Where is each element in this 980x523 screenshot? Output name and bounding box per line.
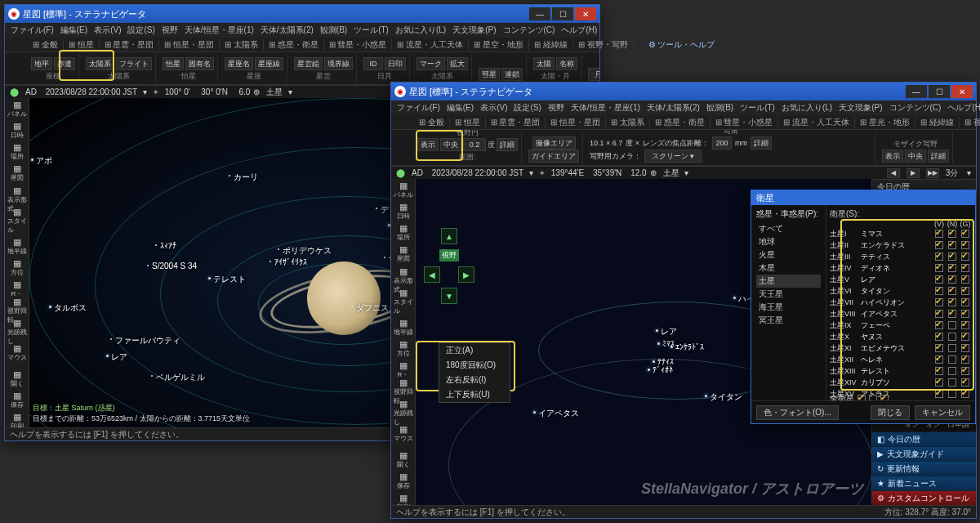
dock-地平線[interactable]: ▦地平線 bbox=[7, 237, 27, 257]
menubar2-item[interactable]: ファイル(F) bbox=[394, 102, 443, 114]
maximize-button[interactable]: ☐ bbox=[552, 7, 573, 20]
dock-印刷[interactable]: ▦印刷 bbox=[7, 412, 27, 427]
nav-right-button[interactable]: ▶ bbox=[458, 266, 474, 283]
ribbon-tab[interactable]: ⊞ 全般 bbox=[414, 117, 450, 128]
rotation-menu-item[interactable]: 180度回転(O) bbox=[439, 358, 510, 373]
ribbon-tab[interactable]: ⊞ 彗星・小惑星 bbox=[710, 117, 779, 128]
ribbon-tab[interactable]: ⊞ 経緯線 bbox=[529, 39, 573, 51]
ribbon-button[interactable]: フライト bbox=[116, 57, 152, 70]
moon-row[interactable]: 土星VIIIイアペタス bbox=[830, 308, 972, 320]
moon-row[interactable]: 土星XIエピメテウス bbox=[830, 342, 972, 354]
ribbon-button[interactable]: 彗星 bbox=[479, 68, 500, 81]
panel-link-update[interactable]: ↻更新情報 bbox=[872, 461, 976, 476]
moon-row[interactable]: 土星VIタイタン bbox=[830, 285, 972, 297]
ribbon-tab[interactable]: ⊞ 彗星・小惑星 bbox=[324, 39, 393, 51]
mosaic-button[interactable]: 詳細 bbox=[928, 150, 949, 163]
ribbon-tab[interactable]: ⊞ 星雲・星団 bbox=[486, 117, 546, 128]
planet-item[interactable]: 土星 bbox=[756, 275, 821, 288]
minimize-button[interactable]: — bbox=[529, 7, 550, 20]
dock-印刷[interactable]: ▦印刷 bbox=[394, 493, 413, 505]
ribbon-tab[interactable]: ⊞ 恒星・星団 bbox=[159, 39, 220, 51]
menubar1-item[interactable]: コンテンツ(C) bbox=[501, 25, 558, 36]
moon-row[interactable]: 土星IIエンケラドス bbox=[830, 239, 972, 251]
rotation-menu-item[interactable]: 左右反転(I) bbox=[439, 373, 510, 387]
ribbon-button[interactable]: 月 bbox=[588, 68, 599, 81]
mosaic-button[interactable]: 中央 bbox=[905, 150, 926, 163]
menubar1-item[interactable]: ヘルプ(H) bbox=[559, 25, 599, 36]
rotation-menu-item[interactable]: 正立(A) bbox=[439, 343, 510, 358]
ribbon-button[interactable]: 太陽系 bbox=[86, 57, 114, 70]
ribbon-tab[interactable]: ⊞ 星空・地形 bbox=[469, 39, 529, 51]
time-step[interactable]: 3分 bbox=[946, 168, 959, 179]
ribbon-button[interactable]: ID bbox=[363, 57, 383, 70]
dock-パネル[interactable]: ▦パネル bbox=[394, 181, 413, 200]
tool-help-tab[interactable]: ⚙ ツール・ヘルプ bbox=[644, 39, 720, 51]
menubar1-item[interactable]: 表示(V) bbox=[91, 25, 123, 36]
ribbon-button[interactable]: 日印 bbox=[385, 57, 406, 70]
time-fwd-button[interactable]: ▶▶ bbox=[926, 168, 939, 178]
panel-link-guide[interactable]: ▶天文現象ガイド bbox=[872, 446, 976, 461]
ribbon-tab[interactable]: ⊞ 太陽系 bbox=[220, 39, 264, 51]
nav-up-button[interactable]: ▲ bbox=[441, 228, 457, 244]
dock-光跡残し[interactable]: ▦光跡残し bbox=[7, 322, 27, 342]
moon-row[interactable]: 土星XIVカリプソ bbox=[830, 377, 972, 388]
menubar2-item[interactable]: 観測(B) bbox=[704, 102, 736, 114]
menubar1-item[interactable]: ツール(T) bbox=[351, 25, 391, 36]
target-body[interactable]: 土星 bbox=[663, 168, 679, 179]
ribbon-tab[interactable]: ⊞ 惑星・衛星 bbox=[650, 117, 710, 128]
menubar2-item[interactable]: 編集(E) bbox=[444, 102, 476, 114]
menubar2-item[interactable]: 天文現象(P) bbox=[836, 102, 884, 114]
dock-方位[interactable]: ▦方位 bbox=[7, 258, 27, 278]
fov-range-input[interactable]: 0.2 bbox=[463, 138, 486, 151]
dock-星図[interactable]: ▦星図 bbox=[7, 163, 27, 183]
moon-row[interactable]: 土星Xヤヌス bbox=[830, 331, 972, 342]
ribbon-button[interactable]: 星座名 bbox=[225, 57, 253, 70]
mosaic-button[interactable]: 表示 bbox=[882, 150, 903, 163]
menubar1-item[interactable]: 天文現象(P) bbox=[450, 25, 498, 36]
menubar2-item[interactable]: コンテンツ(C) bbox=[887, 102, 944, 114]
datetime[interactable]: 2023/08/28 22:00:00 JST bbox=[46, 87, 137, 96]
ribbon-button[interactable]: 地平 bbox=[31, 57, 52, 70]
ribbon-tab[interactable]: ⊞ 恒星・星団 bbox=[546, 117, 606, 128]
fov-center-button[interactable]: 中央 bbox=[440, 138, 461, 151]
rotation-menu-item[interactable]: 上下反転(U) bbox=[439, 387, 510, 402]
menubar1-item[interactable]: 観測(B) bbox=[318, 25, 350, 36]
ribbon-tab[interactable]: ⊞ 星雲・星団 bbox=[100, 39, 160, 51]
ribbon-tab[interactable]: ⊞ 恒星 bbox=[450, 117, 486, 128]
ribbon-button[interactable]: 連鎖 bbox=[501, 68, 523, 81]
moon-row[interactable]: 土星Vレア bbox=[830, 274, 972, 285]
moon-row[interactable]: 土星IIIテティス bbox=[830, 251, 972, 262]
dock-開く[interactable]: ▦開く bbox=[394, 450, 413, 470]
nav-fov-tag[interactable]: 視野 bbox=[439, 249, 459, 262]
nav-left-button[interactable]: ◀ bbox=[424, 266, 440, 283]
menubar1-item[interactable]: 編集(E) bbox=[58, 25, 90, 36]
ribbon-tab[interactable]: ⊞ 星光・地形 bbox=[855, 117, 915, 128]
panel-link-custom[interactable]: ⚙カスタムコントロール bbox=[872, 490, 976, 505]
ribbon-button[interactable]: 拡大 bbox=[447, 57, 468, 70]
target-body[interactable]: 土星 bbox=[266, 87, 283, 98]
color-font-button[interactable]: 色・フォント(O)... bbox=[756, 405, 839, 420]
planet-item[interactable]: 天王星 bbox=[756, 288, 821, 301]
capture-area-button[interactable]: 撮像エリア bbox=[532, 136, 576, 150]
guide-area-button[interactable]: ガイドエリア bbox=[528, 150, 579, 163]
ribbon-button[interactable]: 赤道 bbox=[54, 57, 75, 70]
ribbon-tab[interactable]: ⊞ 太陽系 bbox=[606, 117, 650, 128]
dock-場所[interactable]: ▦場所 bbox=[7, 142, 27, 162]
ribbon-tab[interactable]: ⊞ 経緯線 bbox=[915, 117, 960, 128]
ribbon-button[interactable]: 境界線 bbox=[324, 57, 353, 70]
fov-detail-button[interactable]: 詳細 bbox=[497, 138, 518, 151]
planet-item[interactable]: 海王星 bbox=[756, 301, 821, 314]
camera-select[interactable]: スクリーン ▾ bbox=[644, 150, 702, 163]
maximize-button[interactable]: ☐ bbox=[929, 85, 950, 98]
dock-方位[interactable]: ▦方位 bbox=[394, 339, 413, 359]
menubar2-item[interactable]: ツール(T) bbox=[737, 102, 777, 114]
ribbon-button[interactable]: マーク bbox=[416, 57, 445, 70]
moon-row[interactable]: 土星IXフェーベ bbox=[830, 320, 972, 331]
ribbon-button[interactable]: 星座線 bbox=[255, 57, 283, 70]
planet-item[interactable]: 地球 bbox=[756, 235, 821, 248]
ribbon-button[interactable]: 恒星 bbox=[163, 57, 184, 70]
datetime[interactable]: 2023/08/28 22:00:00 JST bbox=[432, 168, 523, 177]
planet-item[interactable]: 冥王星 bbox=[756, 314, 821, 327]
dock-マウス[interactable]: ▦マウス bbox=[394, 424, 413, 444]
menubar1-item[interactable]: 天体/太陽系(2) bbox=[258, 25, 316, 36]
